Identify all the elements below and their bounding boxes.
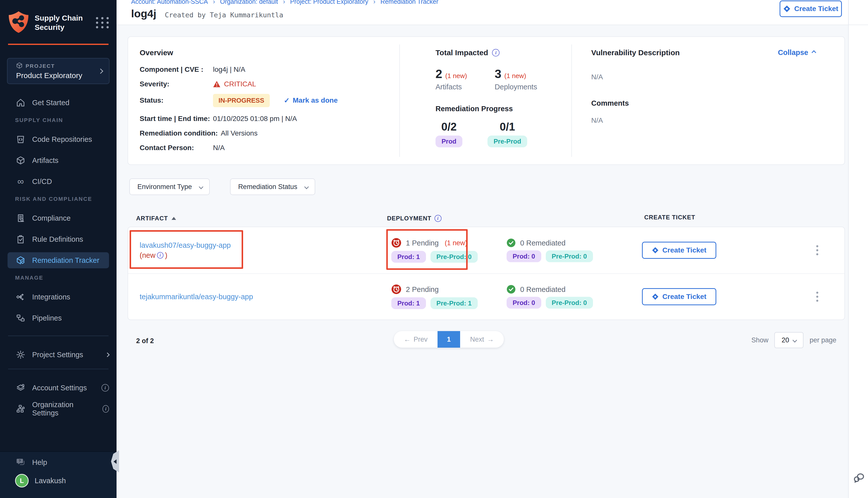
remediation-progress-heading: Remediation Progress: [436, 105, 566, 113]
time-value: 01/10/2025 01:08 pm | N/A: [213, 115, 297, 123]
support-chat-icon[interactable]: [852, 470, 866, 484]
sidebar-item-project-settings[interactable]: Project Settings: [0, 346, 117, 363]
page-size-control: Show 20 per page: [751, 332, 837, 348]
sidebar-item-compliance[interactable]: Compliance: [0, 210, 117, 226]
avatar: L: [15, 474, 29, 487]
column-header-artifact[interactable]: ARTIFACT: [136, 214, 176, 223]
table-row: lavakush07/easy-buggy-app (new i ) 1 Pen…: [128, 227, 844, 273]
ticket-diamond-icon: [652, 247, 659, 254]
breadcrumb-organization[interactable]: Organization: default: [220, 0, 278, 5]
page-title: log4j: [131, 8, 156, 20]
create-ticket-button[interactable]: Create Ticket: [780, 0, 842, 17]
nav-section-risk-compliance: RISK AND COMPLIANCE: [15, 195, 117, 204]
chevron-down-icon: [304, 184, 309, 189]
artifact-new-flag: (new i ): [140, 250, 231, 260]
overview-heading: Overview: [140, 49, 393, 57]
info-icon[interactable]: i: [492, 49, 500, 56]
sidebar-item-help[interactable]: ? Help: [0, 454, 117, 470]
remediated-check-icon: [507, 238, 516, 248]
page-header: Account: Automation-SSCA › Organization:…: [117, 0, 868, 25]
artifact-link[interactable]: lavakush07/easy-buggy-app: [140, 240, 231, 250]
table-row: tejakummarikuntla/easy-buggy-app 2 Pendi…: [128, 273, 844, 319]
contact-value: N/A: [213, 144, 225, 152]
sidebar-nav: Get Started SUPPLY CHAIN Code Repositori…: [0, 95, 117, 417]
pager: ← Prev 1 Next →: [394, 331, 504, 348]
sidebar-item-label: Organization Settings: [32, 401, 90, 417]
chevron-down-icon: [199, 184, 203, 189]
help-chat-icon: ?: [15, 457, 26, 468]
sidebar-item-artifacts[interactable]: Artifacts: [0, 152, 117, 168]
sidebar-item-label: Rule Definitions: [32, 235, 83, 244]
sidebar-item-pipelines[interactable]: Pipelines: [0, 310, 117, 326]
artifacts-new-count: (1 new): [445, 72, 467, 80]
preprod-count-badge: Pre-Prod: 0: [546, 297, 593, 309]
sidebar-item-remediation-tracker[interactable]: Remediation Tracker: [8, 252, 109, 268]
sidebar-item-label: Help: [32, 458, 47, 467]
create-ticket-label: Create Ticket: [794, 5, 838, 13]
sidebar-item-code-repositories[interactable]: Code Repositories: [0, 131, 117, 147]
breadcrumb-project[interactable]: Project: Product Exploratory: [290, 0, 368, 5]
deployment-cell: 2 Pending Prod: 1 Pre-Prod: 1: [391, 284, 478, 309]
time-row: Start time | End time: 01/10/2025 01:08 …: [140, 114, 393, 124]
sidebar-item-label: Compliance: [32, 214, 70, 222]
info-icon[interactable]: i: [435, 215, 442, 222]
overview-card: Overview Component | CVE : log4j | N/A S…: [128, 36, 845, 165]
create-ticket-button[interactable]: Create Ticket: [642, 242, 716, 259]
ticket-diamond-icon: [652, 293, 659, 300]
sidebar-footer: ? Help L Lavakush: [0, 451, 117, 498]
deployment-cell: 1 Pending (1 new) Prod: 1 Pre-Prod: 0: [391, 238, 478, 263]
pending-count: 2 Pending: [406, 285, 439, 293]
sidebar-item-organization-settings[interactable]: Organization Settings i: [0, 401, 117, 417]
sidebar-item-integrations[interactable]: Integrations: [0, 289, 117, 305]
severity-value: CRITICAL: [224, 80, 256, 88]
preprod-count-badge: Pre-Prod: 0: [430, 251, 478, 263]
sidebar-item-account-settings[interactable]: Account Settings i: [0, 380, 117, 396]
environment-type-filter[interactable]: Environment Type: [129, 179, 210, 195]
remediation-status-filter[interactable]: Remediation Status: [230, 179, 315, 195]
column-header-create-ticket: CREATE TICKET: [644, 214, 695, 223]
next-page-button[interactable]: Next →: [460, 336, 504, 343]
remediated-check-icon: [507, 285, 516, 294]
sidebar-item-get-started[interactable]: Get Started: [0, 95, 117, 111]
row-menu-kebab-icon[interactable]: [815, 290, 820, 303]
prev-page-button[interactable]: ← Prev: [394, 336, 438, 343]
prod-progress: 0/2 Prod: [436, 120, 462, 147]
app-logo-row: Supply Chain Security: [0, 0, 117, 35]
artifact-link[interactable]: tejakummarikuntla/easy-buggy-app: [140, 292, 253, 302]
info-icon[interactable]: i: [157, 252, 164, 259]
ticket-diamond-icon: [783, 5, 791, 13]
collapse-button[interactable]: Collapse: [778, 49, 816, 57]
collapse-arrow-icon: [114, 459, 117, 464]
project-selector[interactable]: PROJECT Product Exploratory: [7, 58, 109, 84]
brand-accent-divider: [8, 44, 108, 45]
mark-as-done-button[interactable]: ✓ Mark as done: [284, 96, 338, 105]
app-switcher-grid-icon[interactable]: [95, 16, 109, 29]
row-menu-kebab-icon[interactable]: [815, 244, 820, 257]
page-size-select[interactable]: 20: [774, 332, 803, 348]
page-number-active[interactable]: 1: [438, 331, 460, 348]
breadcrumb-account[interactable]: Account: Automation-SSCA: [131, 0, 208, 5]
artifact-cell: lavakush07/easy-buggy-app (new i ): [140, 240, 231, 260]
preprod-progress: 0/1 Pre-Prod: [488, 120, 527, 147]
sidebar-item-label: CI/CD: [32, 178, 52, 186]
nav-section-manage: MANAGE: [15, 273, 117, 283]
card-divider: [399, 44, 400, 157]
breadcrumb: Account: Automation-SSCA › Organization:…: [131, 0, 438, 5]
artifact-cell: tejakummarikuntla/easy-buggy-app: [140, 292, 253, 302]
sidebar-item-rule-definitions[interactable]: Rule Definitions: [0, 231, 117, 247]
app-title: Supply Chain Security: [35, 13, 90, 32]
integrations-icon: [15, 291, 26, 302]
artifacts-count: 2: [436, 67, 442, 81]
sidebar-item-label: Get Started: [32, 99, 69, 107]
user-menu[interactable]: L Lavakush: [0, 474, 117, 487]
breadcrumb-current-page[interactable]: Remediation Tracker: [380, 0, 439, 5]
deployments-count: 3: [494, 67, 501, 81]
info-icon[interactable]: i: [102, 384, 109, 392]
component-cve-value: log4j | N/A: [213, 66, 245, 74]
gear-icon: [15, 349, 26, 360]
info-icon[interactable]: i: [103, 405, 109, 412]
home-icon: [15, 97, 26, 108]
filters-row: Environment Type Remediation Status: [129, 179, 315, 195]
sidebar-item-cicd[interactable]: CI/CD: [0, 173, 117, 189]
create-ticket-button[interactable]: Create Ticket: [642, 288, 716, 305]
